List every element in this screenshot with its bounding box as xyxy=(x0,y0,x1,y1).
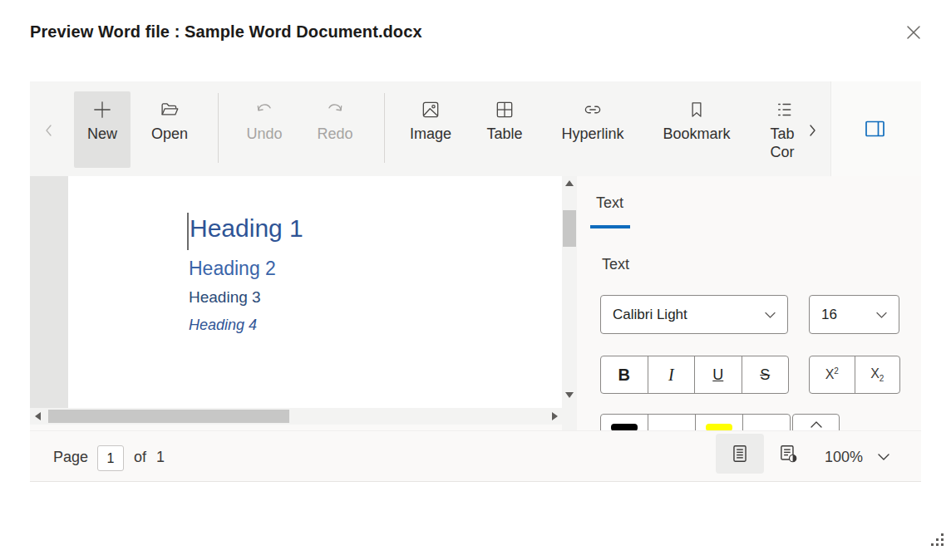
of-label: of xyxy=(134,449,146,466)
toolbar-item-hyperlink[interactable]: Hyperlink xyxy=(551,91,634,168)
chevron-down-icon xyxy=(877,453,890,461)
chevron-up-icon xyxy=(810,420,823,430)
horizontal-scrollbar-thumb[interactable] xyxy=(48,410,289,423)
document-heading-4: Heading 4 xyxy=(189,317,257,334)
font-family-value: Calibri Light xyxy=(601,307,764,323)
toolbar-item-label: Cor xyxy=(770,143,794,161)
chevron-right-icon xyxy=(806,124,818,137)
document-heading-3: Heading 3 xyxy=(189,288,261,307)
tab-text[interactable]: Text xyxy=(596,194,623,212)
print-layout-button[interactable] xyxy=(716,434,764,474)
document-heading-1: Heading 1 xyxy=(190,214,303,243)
editor-toolbar: New Open Undo Redo xyxy=(30,81,921,176)
toolbar-item-undo[interactable]: Undo xyxy=(233,91,296,168)
hyperlink-icon xyxy=(581,96,604,124)
toolbar-item-label: New xyxy=(87,125,117,144)
highlight-color-dropdown-button[interactable] xyxy=(743,415,790,430)
highlight-color-swatch xyxy=(706,424,732,431)
italic-button[interactable]: I xyxy=(648,356,696,393)
font-color-swatch xyxy=(611,424,638,431)
toolbar-item-label: Open xyxy=(151,125,188,144)
strikethrough-icon: S xyxy=(760,366,770,384)
close-icon xyxy=(904,23,923,42)
scroll-down-icon[interactable] xyxy=(565,392,574,398)
script-button-group: X2 X2 xyxy=(809,356,900,394)
underline-button[interactable]: U xyxy=(695,356,742,393)
scrollbar-corner xyxy=(562,406,577,430)
word-preview-editor: New Open Undo Redo xyxy=(30,81,921,482)
toolbar-item-table-of-contents[interactable]: Tab Cor xyxy=(756,91,799,168)
close-button[interactable] xyxy=(900,19,927,46)
table-of-contents-icon xyxy=(771,96,793,124)
chevron-down-icon xyxy=(764,311,787,319)
font-color-button[interactable] xyxy=(601,415,648,430)
web-layout-icon xyxy=(777,443,799,464)
toolbar-item-label: Table xyxy=(486,125,522,144)
page-number-input[interactable] xyxy=(97,445,124,471)
subscript-button[interactable]: X2 xyxy=(855,356,900,393)
table-icon xyxy=(494,96,515,124)
total-pages: 1 xyxy=(156,449,165,466)
status-bar: Page of 1 100% xyxy=(30,430,921,482)
properties-pane-toggle-button[interactable] xyxy=(864,118,885,140)
active-tab-indicator xyxy=(590,225,630,228)
collapse-section-button[interactable] xyxy=(792,414,840,430)
dialog-resize-grip[interactable] xyxy=(929,532,946,548)
toolbar-separator xyxy=(384,93,385,163)
bookmark-icon xyxy=(686,96,707,124)
split-panel-icon xyxy=(865,119,885,139)
underline-icon: U xyxy=(712,366,723,384)
zoom-dropdown-button[interactable] xyxy=(874,445,894,469)
dialog-title: Preview Word file : Sample Word Document… xyxy=(30,22,422,42)
print-layout-icon xyxy=(729,443,751,464)
web-layout-button[interactable] xyxy=(769,437,807,470)
toolbar-item-label: Image xyxy=(410,125,451,144)
toolbar-scroll-right-button[interactable] xyxy=(801,118,823,143)
document-heading-2: Heading 2 xyxy=(189,258,276,280)
toolbar-item-image[interactable]: Image xyxy=(402,91,460,168)
toolbar-item-label: Undo xyxy=(246,125,282,144)
plus-icon xyxy=(91,96,113,124)
undo-arrow-icon xyxy=(254,96,275,124)
redo-arrow-icon xyxy=(324,96,346,124)
image-icon xyxy=(420,96,441,124)
scroll-left-icon[interactable] xyxy=(35,412,41,420)
resize-grip-icon xyxy=(929,532,946,548)
font-color-dropdown-button[interactable] xyxy=(648,415,696,430)
document-page[interactable] xyxy=(68,176,562,408)
toolbar-item-new[interactable]: New xyxy=(74,91,131,168)
toolbar-item-label: Bookmark xyxy=(663,125,730,144)
properties-panel: Text Text Calibri Light 16 B I U S X2 xyxy=(577,176,921,430)
font-size-value: 16 xyxy=(810,307,875,323)
toolbar-items: New Open Undo Redo xyxy=(30,81,799,176)
bold-button[interactable]: B xyxy=(601,356,648,393)
text-cursor-caret xyxy=(187,213,189,250)
toolbar-item-label: Hyperlink xyxy=(561,125,623,144)
chevron-down-icon xyxy=(875,311,899,319)
folder-open-icon xyxy=(159,96,180,124)
scroll-right-icon[interactable] xyxy=(552,412,558,420)
bold-icon: B xyxy=(618,366,630,385)
superscript-button[interactable]: X2 xyxy=(810,356,855,393)
format-button-group: B I U S xyxy=(600,356,789,394)
toolbar-item-bookmark[interactable]: Bookmark xyxy=(653,91,740,168)
vertical-scrollbar-thumb[interactable] xyxy=(563,210,576,247)
toolbar-item-redo[interactable]: Redo xyxy=(303,91,367,168)
strikethrough-button[interactable]: S xyxy=(742,356,789,393)
superscript-icon: X2 xyxy=(825,366,839,382)
page-label: Page xyxy=(53,449,88,466)
toolbar-item-open[interactable]: Open xyxy=(142,91,197,168)
subscript-icon: X2 xyxy=(870,366,884,383)
toolbar-separator xyxy=(218,93,219,163)
toolbar-item-label: Tab xyxy=(770,125,794,143)
highlight-color-button[interactable] xyxy=(696,415,743,430)
zoom-value[interactable]: 100% xyxy=(825,449,863,466)
font-family-dropdown[interactable]: Calibri Light xyxy=(600,295,788,334)
toolbar-item-table[interactable]: Table xyxy=(477,91,532,168)
toolbar-item-label: Redo xyxy=(317,125,352,144)
font-size-dropdown[interactable]: 16 xyxy=(809,295,899,334)
color-button-group xyxy=(600,414,791,430)
text-section-label: Text xyxy=(602,256,629,273)
scroll-up-icon[interactable] xyxy=(565,180,574,186)
italic-icon: I xyxy=(668,366,674,385)
